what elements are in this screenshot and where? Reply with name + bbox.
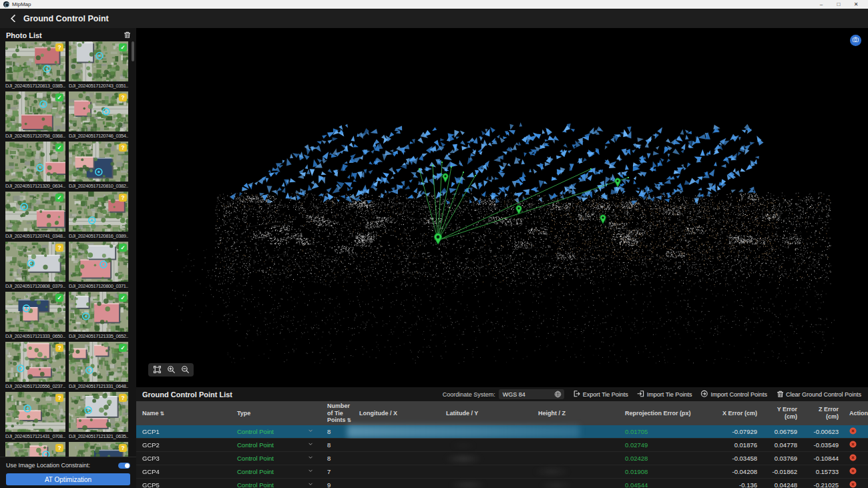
screenshot-button[interactable] — [850, 35, 861, 46]
photo-item[interactable]: ✓ DJI_20240517120800_0371... — [69, 242, 128, 292]
gcp-type-select[interactable]: Control Point — [230, 468, 323, 475]
photo-item[interactable]: ✓ DJI_20240517121320_0634... — [5, 142, 65, 192]
photo-filename: DJI_20240517120556_0237... — [5, 383, 65, 389]
zoom-out-button[interactable] — [180, 364, 190, 375]
delete-gcp-button[interactable] — [849, 440, 857, 450]
coordinate-system-value: WGS 84 — [503, 391, 554, 398]
point-cloud-viewport[interactable] — [136, 28, 868, 387]
photo-thumbnail[interactable]: ? — [69, 142, 128, 182]
delete-photos-button[interactable] — [123, 30, 130, 40]
coordinate-system-field[interactable]: WGS 84 — [499, 389, 564, 399]
photo-thumbnail[interactable]: ? — [69, 91, 128, 132]
photo-item[interactable]: ? DJI_20240517121431_0708... — [5, 392, 65, 442]
photo-item[interactable]: ? DJI_20240517120556_0237... — [5, 342, 65, 392]
delete-gcp-button[interactable] — [849, 427, 857, 437]
photo-item[interactable]: ✓ DJI_20240517120743_0351... — [69, 41, 128, 91]
import-circle-icon — [700, 390, 708, 399]
gcp-row-GCP4[interactable]: GCP4 Control Point 7 0.01908 -0.04208 -0… — [136, 465, 868, 479]
photo-item[interactable]: ✓ DJI_20240517121331_0648... — [69, 342, 128, 392]
gcp-row-GCP1[interactable]: GCP1 Control Point 8 0.01705 -0.07929 0.… — [136, 425, 868, 439]
photo-filename: DJI_20240517120813_0385... — [5, 83, 65, 89]
gcp-row-GCP2[interactable]: GCP2 Control Point 8 0.02749 0.01876 0.0… — [136, 439, 868, 452]
photo-thumbnail[interactable]: ? — [5, 392, 65, 432]
photo-thumbnail[interactable]: ✓ — [69, 41, 128, 81]
close-button[interactable]: ✕ — [847, 0, 865, 9]
photo-item[interactable]: ? — [5, 442, 65, 457]
gcp-name: GCP4 — [136, 468, 230, 475]
import-tie-points-button[interactable]: Import Tie Points — [637, 390, 692, 399]
censored-coordinates — [347, 425, 580, 438]
point-cloud-canvas[interactable] — [136, 28, 868, 387]
photo-thumbnail[interactable]: ? — [5, 442, 65, 457]
os-titlebar: MipMap – □ ✕ — [0, 0, 868, 9]
fit-view-button[interactable] — [152, 364, 162, 375]
gcp-type-select[interactable]: Control Point — [230, 428, 323, 435]
photo-item[interactable]: ? DJI_20240517120746_0354... — [69, 91, 128, 142]
gcp-type-select[interactable]: Control Point — [230, 441, 323, 449]
photo-thumbnail[interactable]: ✓ — [5, 91, 65, 132]
delete-gcp-button[interactable] — [849, 453, 857, 463]
export-icon — [573, 390, 580, 399]
zoom-in-icon — [167, 365, 175, 375]
column-header-action: Action — [844, 410, 868, 417]
zoom-in-button[interactable] — [166, 364, 176, 375]
delete-gcp-button[interactable] — [849, 480, 857, 488]
photo-item[interactable]: ✓ DJI_20240517121333_0650... — [5, 292, 65, 342]
export-tie-points-button[interactable]: Export Tie Points — [573, 390, 628, 399]
gcp-row-GCP5[interactable]: GCP5 Control Point 9 0.04544 -0.136 0.04… — [136, 479, 868, 488]
back-button[interactable] — [8, 14, 17, 23]
photo-item[interactable]: ? — [69, 442, 128, 457]
photo-thumbnail[interactable]: ✓ — [5, 292, 65, 332]
photo-item[interactable]: ? DJI_20240517120808_0379... — [5, 242, 65, 292]
page-header: Ground Control Point — [0, 9, 868, 28]
gcp-type-select[interactable]: Control Point — [230, 455, 323, 462]
photo-item[interactable]: ✓ DJI_20240517120758_0368... — [5, 91, 65, 142]
photo-item[interactable]: ? DJI_20240517120813_0385... — [5, 41, 65, 91]
gcp-table-body: GCP1 Control Point 8 0.01705 -0.07929 0.… — [136, 425, 868, 488]
image-location-constraint-label: Use Image Location Constraint: — [6, 462, 90, 469]
photo-thumbnail[interactable]: ✓ — [5, 142, 65, 182]
photo-thumbnail[interactable]: ? — [5, 41, 65, 81]
photo-thumbnail[interactable]: ✓ — [69, 292, 128, 332]
at-optimization-button[interactable]: AT Optimization — [6, 473, 130, 485]
question-badge-icon: ? — [119, 394, 127, 402]
photo-item[interactable]: ? DJI_20240517120810_0382... — [69, 142, 128, 192]
photo-thumbnail[interactable]: ✓ — [5, 192, 65, 232]
question-badge-icon: ? — [119, 194, 127, 202]
photo-thumbnail[interactable]: ? — [69, 442, 128, 457]
photo-thumbnail[interactable]: ? — [69, 392, 128, 432]
photo-thumbnail[interactable]: ? — [5, 242, 65, 282]
delete-gcp-button[interactable] — [849, 467, 857, 477]
import-control-points-button[interactable]: Import Control Points — [700, 390, 767, 399]
gcp-row-GCP3[interactable]: GCP3 Control Point 8 0.02428 -0.03458 0.… — [136, 452, 868, 465]
photo-item[interactable]: ✓ DJI_20240517120741_0348... — [5, 192, 65, 242]
app-window: MipMap – □ ✕ Ground Control Point Photo … — [0, 0, 868, 488]
photo-thumbnail[interactable]: ? — [69, 192, 128, 232]
view-toolbar — [148, 363, 194, 377]
photo-item[interactable]: ? DJI_20240517120816_0389... — [69, 192, 128, 242]
column-header-name[interactable]: Name⇅ — [136, 410, 230, 417]
gcp-type-select[interactable]: Control Point — [230, 481, 323, 488]
camera-icon — [852, 35, 859, 45]
trash-icon — [123, 30, 130, 40]
sidebar-footer: Use Image Location Constraint: AT Optimi… — [0, 457, 136, 488]
gcp-panel: Ground Control Point List Coordinate Sys… — [136, 387, 868, 488]
photo-item[interactable]: ✓ DJI_20240517121335_0652... — [69, 292, 128, 342]
column-header-number-of-tie-points[interactable]: Number of Tie Points⇅ — [323, 403, 355, 424]
minimize-button[interactable]: – — [813, 0, 830, 9]
clear-ground-control-points-button[interactable]: Clear Ground Control Points — [776, 390, 861, 399]
question-badge-icon: ? — [55, 444, 63, 452]
image-location-constraint-toggle[interactable] — [118, 463, 130, 469]
maximize-button[interactable]: □ — [830, 0, 847, 9]
gcp-z-error: -0.03549 — [803, 441, 844, 449]
scrollbar-thumb[interactable] — [132, 41, 134, 61]
gcp-y-error: 0.04778 — [763, 441, 803, 449]
photo-item[interactable]: ? DJI_20240517121321_0635... — [69, 392, 128, 442]
photo-thumbnail[interactable]: ✓ — [69, 242, 128, 282]
photo-filename: DJI_20240517121320_0634... — [5, 183, 65, 189]
photo-thumbnail[interactable]: ✓ — [69, 342, 128, 382]
remove-circle-icon — [849, 453, 857, 463]
photo-thumbnail[interactable]: ? — [5, 342, 65, 382]
check-badge-icon: ✓ — [119, 244, 127, 252]
gcp-y-error: 0.04248 — [763, 481, 803, 488]
